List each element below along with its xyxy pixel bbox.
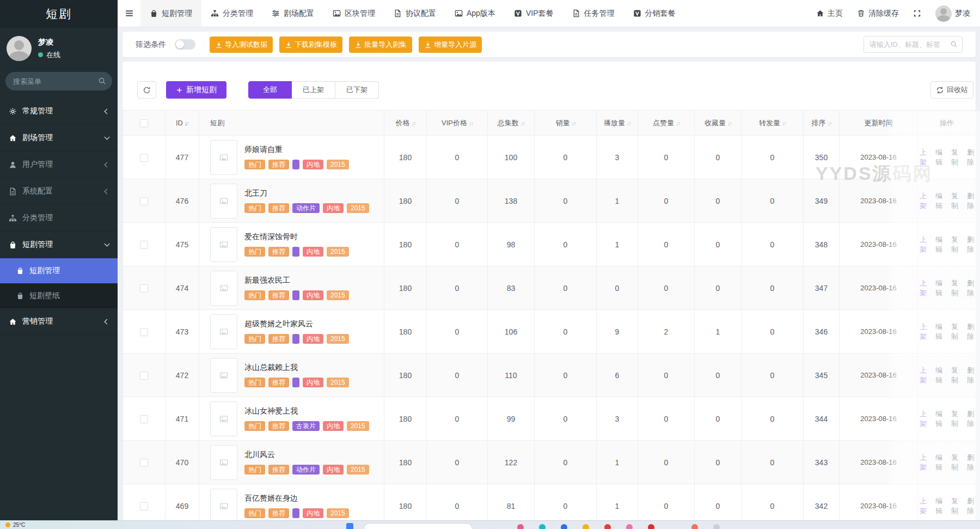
- taskbar-app-icon[interactable]: [604, 524, 611, 529]
- column-header-11[interactable]: 排序↓↑: [804, 111, 840, 136]
- row-checkbox[interactable]: [140, 415, 148, 423]
- action-publish[interactable]: 上架: [918, 235, 928, 254]
- nav-tab-7[interactable]: 任务管理: [563, 0, 624, 27]
- row-checkbox[interactable]: [140, 241, 148, 249]
- row-checkbox[interactable]: [140, 284, 148, 293]
- filter-toggle[interactable]: [175, 39, 195, 50]
- action-copy[interactable]: 复制: [950, 453, 960, 472]
- action-copy[interactable]: 复制: [950, 366, 960, 385]
- column-header-0[interactable]: [123, 111, 166, 136]
- search-icon[interactable]: [98, 77, 106, 85]
- column-header-5[interactable]: 总集数↓↑: [488, 111, 535, 136]
- action-publish[interactable]: 上架: [918, 278, 928, 298]
- action-delete[interactable]: 删除: [965, 409, 976, 429]
- row-checkbox[interactable]: [140, 197, 148, 205]
- nav-tab-0[interactable]: 短剧管理: [140, 0, 201, 27]
- action-copy[interactable]: 复制: [950, 322, 960, 342]
- action-copy[interactable]: 复制: [950, 191, 960, 211]
- row-checkbox[interactable]: [140, 328, 148, 336]
- action-delete[interactable]: 删除: [965, 496, 976, 516]
- nav-tab-5[interactable]: App版本: [445, 0, 505, 27]
- column-header-8[interactable]: 点赞量↓↑: [638, 111, 695, 136]
- action-publish[interactable]: 上架: [918, 453, 928, 472]
- action-edit[interactable]: 编辑: [934, 496, 944, 516]
- action-copy[interactable]: 复制: [950, 409, 960, 429]
- drama-cover-placeholder[interactable]: [210, 314, 237, 349]
- action-publish[interactable]: 上架: [918, 191, 928, 211]
- column-header-1[interactable]: ID↓↑: [166, 111, 199, 136]
- sidebar-subitem-5-0[interactable]: 短剧管理: [0, 258, 118, 283]
- action-edit[interactable]: 编辑: [934, 235, 944, 254]
- sidebar-item-5[interactable]: 短剧管理: [0, 232, 118, 258]
- action-publish[interactable]: 上架: [918, 496, 928, 516]
- taskbar-app-icon[interactable]: [691, 524, 698, 529]
- nav-right-item-0[interactable]: 主页: [816, 9, 843, 19]
- add-drama-button[interactable]: 新增短剧: [166, 81, 226, 99]
- action-delete[interactable]: 删除: [965, 235, 976, 254]
- column-header-6[interactable]: 销量↓↑: [535, 111, 597, 136]
- column-header-3[interactable]: 价格↓↑: [384, 111, 427, 136]
- taskbar-app-icon[interactable]: [346, 523, 353, 529]
- import-button-2[interactable]: 批量导入剧集: [349, 37, 412, 53]
- select-all-checkbox[interactable]: [140, 119, 148, 127]
- sidebar-item-2[interactable]: 用户管理: [0, 151, 118, 178]
- drama-cover-placeholder[interactable]: [210, 184, 237, 218]
- action-delete[interactable]: 删除: [965, 148, 976, 167]
- column-header-9[interactable]: 收藏量↓↑: [695, 111, 742, 136]
- hamburger-menu-icon[interactable]: [118, 0, 140, 27]
- column-header-7[interactable]: 播放量↓↑: [597, 111, 638, 136]
- action-edit[interactable]: 编辑: [934, 278, 944, 298]
- action-publish[interactable]: 上架: [918, 409, 928, 429]
- action-copy[interactable]: 复制: [950, 148, 960, 167]
- drama-cover-placeholder[interactable]: [210, 140, 237, 175]
- sidebar-item-1[interactable]: 剧场管理: [0, 125, 118, 151]
- action-delete[interactable]: 删除: [965, 191, 976, 211]
- taskbar-app-icon[interactable]: [517, 524, 524, 529]
- nav-right-item-2[interactable]: [913, 9, 921, 17]
- action-publish[interactable]: 上架: [918, 148, 928, 167]
- drama-cover-placeholder[interactable]: [210, 227, 237, 262]
- action-edit[interactable]: 编辑: [934, 453, 944, 472]
- taskbar-app-icon[interactable]: [648, 524, 654, 529]
- column-header-10[interactable]: 转发量↓↑: [742, 111, 804, 136]
- status-tab-1[interactable]: 已上架: [292, 81, 335, 99]
- action-delete[interactable]: 删除: [965, 366, 976, 385]
- sidebar-item-0[interactable]: 常规管理: [0, 98, 118, 125]
- action-edit[interactable]: 编辑: [934, 366, 944, 385]
- taskbar-app-icon[interactable]: [713, 524, 720, 529]
- action-delete[interactable]: 删除: [965, 278, 976, 298]
- action-edit[interactable]: 编辑: [934, 191, 944, 211]
- column-header-4[interactable]: VIP价格↓↑: [427, 111, 488, 136]
- action-edit[interactable]: 编辑: [934, 322, 944, 342]
- nav-tab-2[interactable]: 剧场配置: [262, 0, 323, 27]
- taskbar-app-icon[interactable]: [539, 524, 546, 529]
- drama-cover-placeholder[interactable]: [210, 358, 237, 393]
- taskbar-search[interactable]: [364, 523, 473, 529]
- drama-cover-placeholder[interactable]: [210, 445, 237, 480]
- taskbar-weather[interactable]: 25°C: [5, 522, 25, 528]
- search-icon[interactable]: [950, 40, 958, 48]
- action-publish[interactable]: 上架: [918, 322, 928, 342]
- action-copy[interactable]: 复制: [950, 496, 960, 516]
- nav-right-item-1[interactable]: 清除缓存: [857, 9, 899, 19]
- status-tab-0[interactable]: 全部: [248, 81, 292, 99]
- nav-tab-3[interactable]: 区块管理: [323, 0, 384, 27]
- action-copy[interactable]: 复制: [950, 278, 960, 298]
- row-checkbox[interactable]: [140, 459, 148, 467]
- taskbar-app-icon[interactable]: [670, 524, 676, 529]
- sidebar-subitem-5-1[interactable]: 短剧壁纸: [0, 283, 118, 308]
- drama-cover-placeholder[interactable]: [210, 489, 237, 521]
- sidebar-item-4[interactable]: 分类管理: [0, 205, 118, 232]
- row-checkbox[interactable]: [140, 154, 148, 162]
- action-edit[interactable]: 编辑: [934, 148, 944, 167]
- action-delete[interactable]: 删除: [965, 322, 976, 342]
- taskbar-app-icon[interactable]: [626, 524, 633, 529]
- action-delete[interactable]: 删除: [965, 453, 976, 472]
- taskbar-app-icon[interactable]: [561, 524, 567, 529]
- row-checkbox[interactable]: [140, 372, 148, 380]
- sidebar-item-6[interactable]: 营销管理: [0, 308, 118, 335]
- nav-right-item-3[interactable]: 梦凌: [935, 5, 970, 22]
- drama-cover-placeholder[interactable]: [210, 271, 237, 306]
- sidebar-item-3[interactable]: 系统配置: [0, 178, 118, 205]
- recycle-bin-button[interactable]: 回收站: [930, 81, 973, 99]
